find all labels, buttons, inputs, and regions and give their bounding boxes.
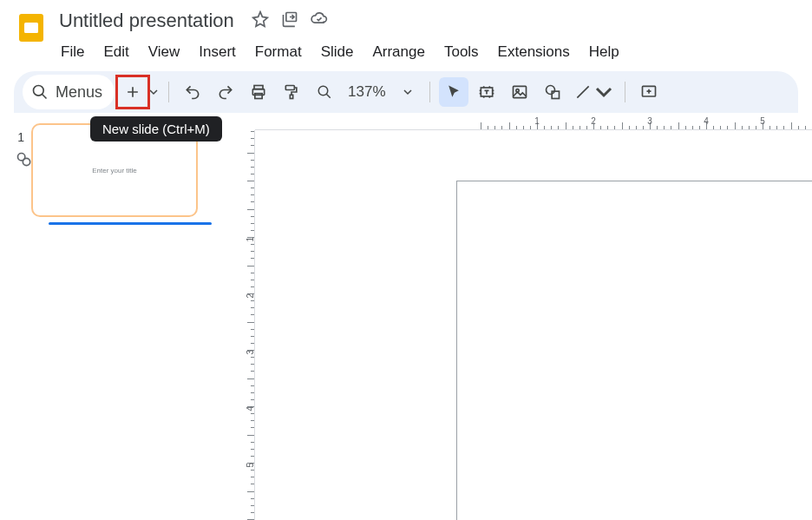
svg-rect-1 xyxy=(24,23,38,33)
menu-view[interactable]: View xyxy=(140,40,189,64)
paint-roller-icon xyxy=(283,83,300,101)
line-icon xyxy=(574,83,592,101)
menu-edit[interactable]: Edit xyxy=(95,40,137,64)
undo-button[interactable] xyxy=(178,77,207,107)
shape-button[interactable] xyxy=(538,77,567,107)
cursor-icon xyxy=(445,83,462,101)
slides-logo[interactable] xyxy=(14,10,49,45)
select-tool-button[interactable] xyxy=(439,77,468,107)
search-icon xyxy=(31,83,49,101)
textbox-icon xyxy=(478,83,495,101)
menu-arrange[interactable]: Arrange xyxy=(363,40,433,64)
ruler-vertical: 12345 xyxy=(239,130,255,520)
menu-help[interactable]: Help xyxy=(580,40,628,64)
add-comment-icon xyxy=(640,83,658,101)
print-button[interactable] xyxy=(244,77,273,107)
svg-point-17 xyxy=(23,158,29,165)
menubar: File Edit View Insert Format Slide Arran… xyxy=(52,40,798,64)
zoom-icon xyxy=(317,84,332,100)
zoom-value[interactable]: 137% xyxy=(341,83,392,101)
thumbnail-title-placeholder: Enter your title xyxy=(92,167,137,174)
svg-rect-11 xyxy=(513,86,526,97)
image-icon xyxy=(511,83,528,101)
canvas-area: 123456 12345 xyxy=(224,113,812,520)
paint-format-button[interactable] xyxy=(277,77,306,107)
undo-icon xyxy=(184,83,201,101)
svg-rect-7 xyxy=(285,86,294,90)
toolbar: Menus 137% xyxy=(14,71,798,113)
chevron-down-icon xyxy=(403,88,412,96)
chevron-down-icon xyxy=(149,88,158,96)
menus-label: Menus xyxy=(56,83,102,102)
line-button[interactable] xyxy=(571,77,616,107)
new-slide-button[interactable] xyxy=(118,77,147,107)
menu-insert[interactable]: Insert xyxy=(190,40,245,64)
svg-rect-8 xyxy=(290,95,292,98)
cloud-saved-icon[interactable] xyxy=(311,10,328,31)
new-slide-dropdown[interactable] xyxy=(147,77,160,107)
zoom-button[interactable] xyxy=(310,77,339,107)
move-icon[interactable] xyxy=(281,10,298,31)
menu-extensions[interactable]: Extensions xyxy=(489,40,579,64)
comment-button[interactable] xyxy=(634,77,664,107)
star-icon[interactable] xyxy=(252,10,269,31)
document-title[interactable]: Untitled presentation xyxy=(59,10,234,32)
tooltip-new-slide: New slide (Ctrl+M) xyxy=(90,116,222,142)
slide-canvas[interactable] xyxy=(456,181,812,520)
chevron-down-icon xyxy=(595,83,612,101)
svg-point-9 xyxy=(318,86,328,95)
ruler-horizontal: 123456 xyxy=(255,113,812,130)
theme-indicator-icon[interactable] xyxy=(16,151,33,172)
svg-point-13 xyxy=(546,86,554,95)
zoom-dropdown[interactable] xyxy=(395,77,421,107)
slide-number: 1 xyxy=(16,130,24,144)
svg-rect-14 xyxy=(552,91,559,98)
shape-icon xyxy=(544,83,561,101)
image-button[interactable] xyxy=(505,77,534,107)
menu-format[interactable]: Format xyxy=(246,40,311,64)
menu-file[interactable]: File xyxy=(52,40,93,64)
print-icon xyxy=(250,83,267,101)
menu-slide[interactable]: Slide xyxy=(312,40,363,64)
filmstrip: 1 Enter your title xyxy=(0,113,224,520)
redo-icon xyxy=(217,83,234,101)
redo-button[interactable] xyxy=(211,77,240,107)
plus-icon xyxy=(124,83,141,101)
menu-tools[interactable]: Tools xyxy=(435,40,488,64)
svg-point-3 xyxy=(34,86,44,96)
textbox-button[interactable] xyxy=(472,77,501,107)
search-menus[interactable]: Menus xyxy=(23,75,115,109)
